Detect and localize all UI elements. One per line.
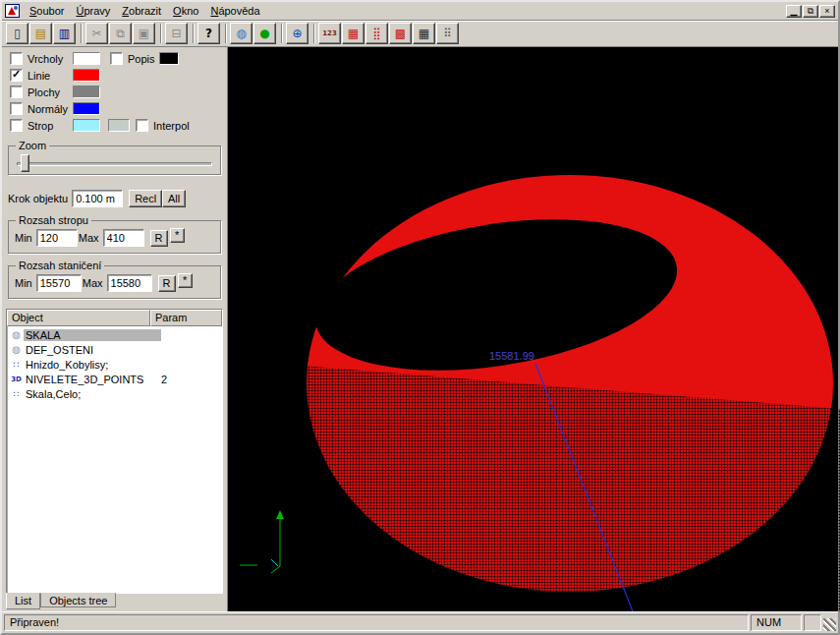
interpol-checkbox[interactable] [136, 119, 148, 132]
krok-objektu-label: Krok objektu [8, 193, 68, 204]
plochy-color-swatch[interactable] [73, 86, 100, 98]
grid-button[interactable]: ▦ [413, 23, 435, 44]
all-button[interactable]: All [162, 190, 186, 207]
linie-label: Linie [28, 70, 73, 82]
rozsah-stropu-max-label: Max [79, 232, 99, 244]
crosshair-icon: ⊕ [292, 28, 302, 39]
menu-zobrazit[interactable]: Zobrazit [116, 3, 167, 19]
rozsah-staniceni-min-input[interactable] [36, 274, 82, 292]
help-button[interactable]: ? [197, 23, 220, 44]
menu-napoveda-rest: ápověda [218, 5, 259, 17]
checkbox-row: Vrcholy Popis [2, 50, 227, 67]
viewport-3d[interactable]: 15581.99 [228, 47, 838, 611]
new-file-button[interactable]: ▯ [6, 23, 28, 44]
krok-objektu-input[interactable] [72, 190, 123, 207]
menu-zobrazit-rest: obrazit [129, 5, 161, 17]
object-row-param: 2 [161, 374, 222, 385]
scissors-icon: ✂ [91, 28, 101, 39]
plochy-label: Plochy [28, 87, 73, 98]
resize-grip[interactable] [823, 618, 836, 631]
object-row-label: Skala,Celo; [24, 388, 161, 400]
center-target-button[interactable]: ⊕ [286, 23, 308, 44]
krok-objektu-row: Krok objektu Recl All [8, 189, 221, 208]
restore-button[interactable]: ⧉ [803, 5, 818, 18]
object-row-label: SKALA [24, 329, 161, 341]
menu-upravy[interactable]: Úpravy [70, 3, 116, 19]
popis-color-swatch[interactable] [159, 52, 179, 65]
zoom-slider[interactable] [17, 154, 212, 173]
object-list-header: Object Param [7, 310, 222, 326]
linie-color-swatch[interactable] [73, 69, 100, 82]
paste-button[interactable]: ▣ [133, 23, 155, 44]
new-file-icon: ▯ [14, 28, 21, 39]
object-column-header[interactable]: Object [7, 310, 150, 326]
red-surface-icon: ▦ [348, 28, 359, 39]
rozsah-staniceni-max-input[interactable] [107, 274, 152, 292]
red-mesh-button[interactable]: ▩ [389, 23, 412, 44]
zoom-slider-thumb[interactable] [21, 154, 29, 172]
tab-objects-tree[interactable]: Objects tree [40, 593, 116, 607]
menu-napoveda[interactable]: Nápověda [204, 3, 265, 19]
toolbar-separator [313, 24, 314, 43]
strop-color-swatch[interactable] [73, 119, 100, 132]
recl-button[interactable]: Recl [129, 190, 162, 207]
grid-icon: ▦ [419, 28, 429, 39]
printer-icon: ⊟ [171, 28, 181, 39]
rozsah-stropu-min-input[interactable] [36, 229, 78, 247]
rozsah-stropu-star-button[interactable]: * [170, 228, 185, 243]
grid-points-button[interactable]: ⠿ [436, 23, 459, 44]
render-3d-button[interactable]: ◍ [230, 23, 252, 44]
object-row-hnizdo-kobylisy[interactable]: ∷ Hnizdo_Kobylisy; [7, 357, 222, 372]
red-mesh-icon: ▩ [395, 28, 406, 39]
app-icon[interactable] [5, 4, 20, 18]
zoom-group: Zoom [8, 140, 221, 175]
strop-label: Strop [28, 120, 73, 132]
red-points-button[interactable]: ⣿ [365, 23, 388, 44]
strop-checkbox[interactable] [10, 119, 23, 132]
red-points-icon: ⣿ [372, 28, 381, 39]
menu-soubor-rest: oubor [36, 5, 64, 17]
object-row-skala[interactable]: ◍ SKALA [7, 327, 222, 342]
close-button[interactable]: × [819, 5, 835, 18]
param-column-header[interactable]: Param [150, 310, 222, 326]
checkbox-row: Plochy [2, 84, 227, 100]
normaly-label: Normály [28, 103, 73, 115]
tunnel-mesh [228, 175, 840, 611]
linie-checkbox[interactable] [10, 69, 23, 82]
minimize-button[interactable]: ▁ [786, 5, 802, 18]
menu-bar: Soubor Úpravy Zobrazit Okno Nápověda ▁ ⧉… [2, 2, 838, 20]
normaly-color-swatch[interactable] [73, 102, 100, 115]
rozsah-stropu-r-button[interactable]: R [150, 230, 168, 247]
copy-button[interactable]: ⧉ [109, 23, 132, 44]
points-3d-icon: 3D [9, 375, 24, 383]
rozsah-stropu-max-input[interactable] [103, 229, 144, 247]
rozsah-staniceni-r-button[interactable]: R [158, 275, 176, 292]
vrcholy-checkbox[interactable] [10, 52, 23, 65]
viewport-canvas: 15581.99 [228, 47, 840, 611]
red-surface-button[interactable]: ▦ [342, 23, 364, 44]
object-row-nivelete-3d-points[interactable]: 3D NIVELETE_3D_POINTS 2 [7, 372, 222, 386]
normaly-checkbox[interactable] [10, 102, 23, 115]
vrcholy-color-swatch[interactable] [73, 52, 100, 65]
rozsah-stropu-title: Rozsah stropu [16, 214, 91, 226]
rozsah-staniceni-star-button[interactable]: * [178, 273, 193, 288]
object-row-skala-celo[interactable]: ∷ Skala,Celo; [7, 386, 222, 401]
object-row-def-osteni[interactable]: ◍ DEF_OSTENI [7, 342, 222, 357]
zoom-slider-track[interactable] [17, 162, 212, 166]
object-row-label: Hnizdo_Kobylisy; [24, 359, 161, 371]
station-numbers-button[interactable]: 123 [318, 23, 341, 44]
print-button[interactable]: ⊟ [165, 23, 188, 44]
open-file-button[interactable]: ▤ [29, 23, 52, 44]
plochy-checkbox[interactable] [10, 86, 23, 98]
menu-okno[interactable]: Okno [167, 3, 204, 19]
cut-button[interactable]: ✂ [85, 23, 108, 44]
sphere-view-button[interactable]: ● [253, 23, 276, 44]
save-button[interactable]: ▥ [53, 23, 76, 44]
menu-soubor[interactable]: Soubor [24, 3, 70, 19]
menu-okno-rest: kno [182, 5, 199, 17]
status-panel-empty [804, 614, 821, 631]
checkbox-row: Linie [2, 67, 227, 84]
popis-checkbox[interactable] [110, 52, 123, 65]
interpol-color-swatch[interactable] [108, 119, 130, 132]
tab-list[interactable]: List [6, 593, 40, 609]
